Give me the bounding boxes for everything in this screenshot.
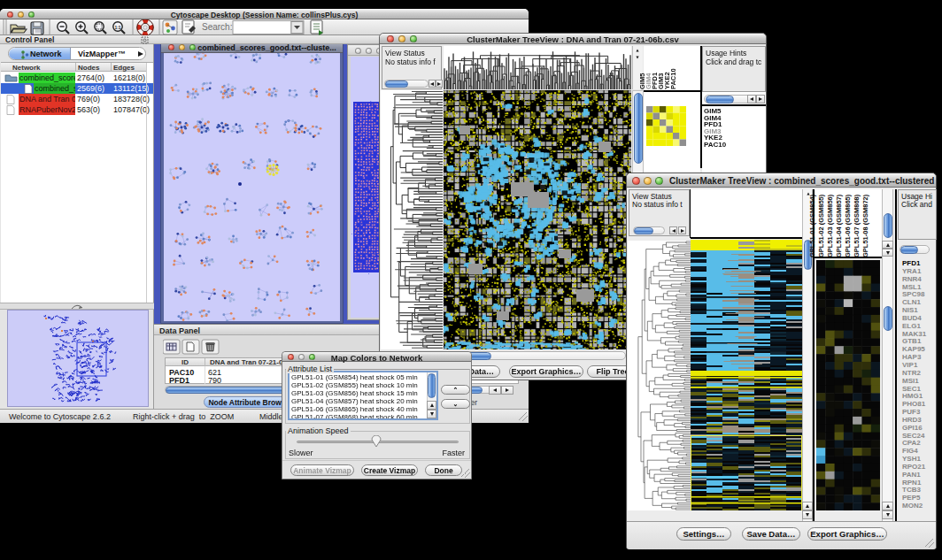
svg-text:Search:: Search: bbox=[202, 22, 232, 32]
svg-text:1:1: 1:1 bbox=[114, 25, 120, 30]
